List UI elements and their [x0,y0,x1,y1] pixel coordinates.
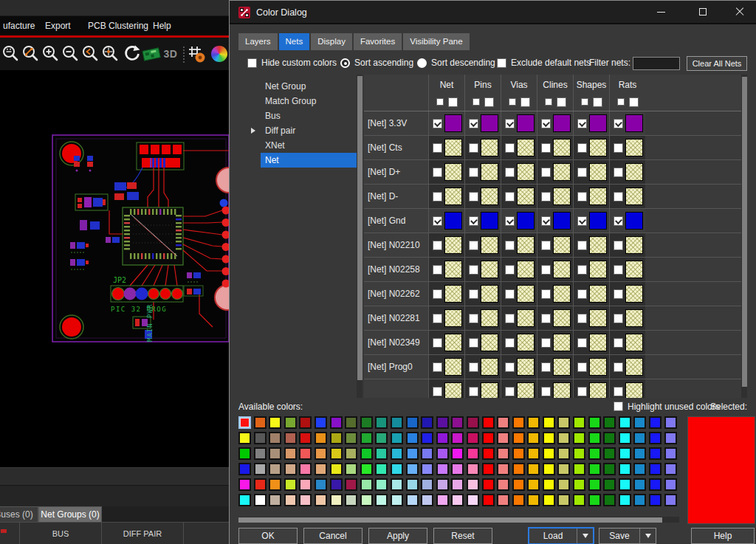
palette-swatch[interactable] [269,447,281,460]
palette-swatch[interactable] [527,478,540,491]
palette-swatch[interactable] [619,463,631,475]
palette-swatch[interactable] [543,432,555,444]
palette-swatch[interactable] [299,416,312,429]
selectall-checkbox[interactable] [520,97,530,107]
selectall-small-checkbox[interactable] [545,98,552,106]
palette-swatch[interactable] [649,447,662,460]
palette-swatch[interactable] [315,478,327,491]
sort-ascending-radio[interactable] [340,58,350,68]
palette-swatch[interactable] [557,416,570,429]
help-button[interactable]: Help [691,528,755,544]
net-vias-checkbox[interactable] [505,314,515,323]
palette-swatch[interactable] [238,416,251,429]
palette-swatch[interactable] [557,463,570,475]
net-rats-color-swatch[interactable] [625,187,643,205]
tab-favorites[interactable]: Favorites [354,33,402,50]
net-rats-checkbox[interactable] [614,362,623,372]
net-net-color-swatch[interactable] [444,163,462,181]
palette-swatch[interactable] [375,447,388,460]
net-pins-checkbox[interactable] [469,241,478,250]
selectall-small-checkbox[interactable] [472,98,480,106]
palette-swatch[interactable] [421,463,433,475]
palette-swatch[interactable] [573,494,585,506]
palette-swatch[interactable] [315,447,327,460]
palette-swatch[interactable] [451,463,464,475]
net-pins-color-swatch[interactable] [481,261,498,278]
net-shapes-checkbox[interactable] [577,265,587,275]
table-scrollbar[interactable] [741,75,747,398]
palette-swatch[interactable] [436,494,449,506]
net-shapes-color-swatch[interactable] [589,236,607,254]
net-shapes-color-swatch[interactable] [589,382,607,398]
palette-swatch[interactable] [467,447,479,460]
net-pins-checkbox[interactable] [469,265,478,275]
palette-swatch[interactable] [633,416,646,429]
net-net-color-swatch[interactable] [444,139,462,156]
net-pins-checkbox[interactable] [469,192,478,202]
selectall-small-checkbox[interactable] [617,98,625,106]
net-net-color-swatch[interactable] [444,261,462,278]
net-net-color-swatch[interactable] [444,358,462,376]
palette-swatch[interactable] [588,432,601,444]
net-net-checkbox[interactable] [433,119,442,128]
net-pins-checkbox[interactable] [469,314,478,323]
zoom-out-icon[interactable] [61,44,80,64]
palette-swatch[interactable] [315,494,327,506]
net-pins-color-swatch[interactable] [481,309,498,327]
net-shapes-checkbox[interactable] [577,192,587,202]
net-vias-checkbox[interactable] [505,216,515,226]
net-rats-checkbox[interactable] [614,387,623,396]
palette-swatch[interactable] [649,463,662,475]
board-view-icon[interactable] [141,44,161,64]
palette-swatch[interactable] [467,478,479,491]
net-vias-color-swatch[interactable] [517,212,535,230]
net-clines-checkbox[interactable] [541,289,551,299]
net-net-color-swatch[interactable] [444,236,462,254]
net-vias-checkbox[interactable] [505,119,515,128]
net-shapes-color-swatch[interactable] [589,358,607,376]
net-net-color-swatch[interactable] [444,382,462,398]
net-net-checkbox[interactable] [433,387,442,396]
net-shapes-color-swatch[interactable] [589,139,607,156]
net-clines-checkbox[interactable] [541,192,551,202]
net-shapes-checkbox[interactable] [577,362,587,372]
net-pins-color-swatch[interactable] [481,212,498,230]
palette-swatch[interactable] [345,478,357,491]
palette-swatch[interactable] [482,432,495,444]
palette-swatch[interactable] [299,447,312,460]
net-clines-color-swatch[interactable] [553,285,571,303]
net-rats-color-swatch[interactable] [625,212,643,230]
net-shapes-checkbox[interactable] [577,168,587,177]
net-vias-color-swatch[interactable] [517,358,535,376]
palette-swatch[interactable] [330,494,343,506]
palette-swatch[interactable] [557,432,570,444]
palette-swatch[interactable] [603,416,616,429]
palette-swatch[interactable] [633,432,646,444]
palette-swatch[interactable] [391,478,403,491]
palette-swatch[interactable] [603,494,616,506]
bottom-tab-net-groups-0[interactable]: Net Groups (0) [38,506,102,522]
selectall-checkbox[interactable] [448,97,458,107]
net-clines-color-swatch[interactable] [553,382,571,398]
tab-visibility-pane[interactable]: Visibility Pane [403,33,469,50]
net-clines-checkbox[interactable] [541,241,551,250]
palette-swatch[interactable] [633,494,646,506]
net-vias-color-swatch[interactable] [517,334,535,351]
expand-arrow-icon[interactable] [251,128,255,134]
net-clines-color-swatch[interactable] [553,139,571,156]
net-net-checkbox[interactable] [433,362,442,372]
net-shapes-checkbox[interactable] [577,143,587,153]
palette-swatch[interactable] [299,432,312,444]
net-pins-checkbox[interactable] [469,362,478,372]
palette-swatch[interactable] [421,432,433,444]
palette-swatch[interactable] [497,447,509,460]
net-rats-checkbox[interactable] [614,289,623,299]
palette-swatch[interactable] [299,494,312,506]
net-clines-color-swatch[interactable] [553,309,571,327]
palette-swatch[interactable] [330,416,343,429]
palette-swatch[interactable] [375,416,388,429]
zoom-in-icon[interactable] [41,44,61,64]
net-shapes-checkbox[interactable] [577,387,587,396]
net-clines-checkbox[interactable] [541,216,551,226]
palette-swatch[interactable] [284,478,297,491]
